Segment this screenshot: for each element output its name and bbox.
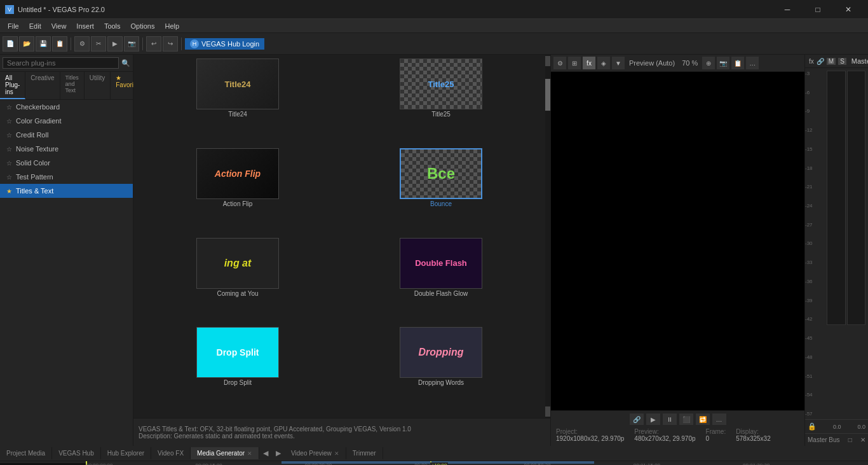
tab-scroll-right[interactable]: ▶ — [272, 446, 285, 461]
fav-star: ☆ — [6, 118, 12, 125]
save-button[interactable]: 💾 — [36, 36, 51, 52]
preview-split-button[interactable]: ⊞ — [568, 57, 581, 69]
preview-pause-button[interactable]: ⏸ — [663, 413, 677, 425]
redo-button[interactable]: ↪ — [163, 36, 178, 52]
tab-all-plugins[interactable]: All Plug-ins — [0, 72, 25, 99]
thumb-dropping-words[interactable]: Dropping Dropping Words — [341, 327, 541, 414]
preview-play-button[interactable]: ▶ — [646, 413, 660, 425]
scroll-up-arrow[interactable] — [545, 56, 550, 66]
open-button[interactable]: 📂 — [19, 36, 34, 52]
preview-center-button[interactable]: ⊕ — [702, 57, 715, 69]
plugin-noise-texture[interactable]: ☆ Noise Texture — [0, 142, 133, 156]
preview-settings-button[interactable]: ⚙ — [553, 57, 566, 69]
maximize-button[interactable]: □ — [803, 0, 832, 19]
preview-more-button[interactable]: … — [746, 57, 759, 69]
thumb-coming-at-you[interactable]: ing at Coming at You — [137, 238, 338, 325]
level-num: -33 — [805, 260, 824, 265]
menu-edit[interactable]: Edit — [24, 21, 46, 31]
clip-button[interactable]: ✂ — [91, 36, 106, 52]
plugin-solid-color[interactable]: ☆ Solid Color — [0, 156, 133, 170]
plugin-label: Credit Roll — [16, 131, 48, 139]
master-bus-close[interactable]: ✕ — [860, 436, 865, 443]
thumb-scrollbar[interactable] — [545, 55, 550, 418]
new-button[interactable]: 📄 — [3, 36, 18, 52]
capture-button[interactable]: 📷 — [124, 36, 139, 52]
thumb-drop-split[interactable]: Drop Split Drop Split — [137, 327, 338, 414]
preview-snapshot-button[interactable]: 📷 — [717, 57, 729, 69]
level-num: -6 — [805, 90, 824, 95]
tab-utility[interactable]: Utility — [85, 72, 111, 99]
plugin-color-gradient[interactable]: ☆ Color Gradient — [0, 114, 133, 128]
scroll-down-arrow[interactable] — [545, 406, 550, 417]
hub-login-button[interactable]: H VEGAS Hub Login — [185, 38, 264, 50]
preview-link-button[interactable]: 🔗 — [630, 413, 644, 425]
undo-button[interactable]: ↩ — [146, 36, 161, 52]
master-bus-expand[interactable]: □ — [848, 436, 852, 443]
plugin-test-pattern[interactable]: ☆ Test Pattern — [0, 170, 133, 184]
timeline-ruler[interactable]: 00:00:00:00 00:00:15:00 00:00:29:29 00:0… — [86, 461, 868, 466]
preview-stop-button[interactable]: ⬛ — [679, 413, 693, 425]
preview-scope-button[interactable]: ◈ — [597, 57, 610, 69]
tab-media-generator[interactable]: Media Generator ✕ — [191, 447, 259, 459]
fav-star: ☆ — [6, 146, 12, 153]
fx-icon: fx — [809, 58, 814, 65]
thumb-bounce[interactable]: Bce Bounce — [341, 148, 541, 235]
tab-scroll-left[interactable]: ◀ — [259, 446, 272, 461]
preview-copy-button[interactable]: 📋 — [731, 57, 744, 69]
thumb-title24[interactable]: Title24 Title24 — [137, 59, 338, 146]
plugin-label: Noise Texture — [16, 145, 58, 153]
tab-creative[interactable]: Creative — [25, 72, 60, 99]
plugin-label: Titles & Text — [16, 187, 53, 195]
tab-project-media[interactable]: Project Media — [0, 447, 52, 459]
menu-tools[interactable]: Tools — [99, 21, 126, 31]
close-button[interactable]: ✕ — [834, 0, 863, 19]
timeline-area: 00:00:00;00 00:00:00:00 00:00:15:00 00:0… — [0, 461, 868, 465]
preview-loop-button[interactable]: 🔁 — [696, 413, 710, 425]
s-button[interactable]: S — [838, 58, 846, 65]
level-num: -21 — [805, 184, 824, 190]
thumb-img-action-flip: Action Flip — [196, 148, 279, 199]
tab-hub-explorer[interactable]: Hub Explorer — [101, 447, 151, 459]
tab-vegas-hub[interactable]: VEGAS Hub — [52, 447, 101, 459]
thumb-label-double-flash: Double Flash Glow — [414, 290, 468, 297]
preview-more2-button[interactable]: … — [712, 413, 726, 425]
tab-titles-text[interactable]: Titles and Text — [60, 72, 85, 99]
plugin-credit-roll[interactable]: ☆ Credit Roll — [0, 128, 133, 142]
tab-trimmer[interactable]: Trimmer — [346, 447, 383, 459]
menu-view[interactable]: View — [46, 21, 72, 31]
menu-help[interactable]: Help — [159, 21, 184, 31]
right-panel: fx 🔗 M S Master -3 -6 -9 -12 -15 -18 -21… — [804, 55, 868, 446]
plugin-panel: 🔍 All Plug-ins Creative Titles and Text … — [0, 55, 133, 446]
preview-fx-button[interactable]: fx — [583, 57, 595, 69]
menu-insert[interactable]: Insert — [71, 21, 99, 31]
level-numbers: -3 -6 -9 -12 -15 -18 -21 -24 -27 -30 -33… — [805, 68, 824, 419]
scroll-thumb[interactable] — [545, 79, 550, 111]
lock-icon[interactable]: 🔒 — [808, 422, 817, 431]
tab-video-preview[interactable]: Video Preview ✕ — [285, 447, 346, 459]
save-as-button[interactable]: 📋 — [52, 36, 67, 52]
thumb-double-flash[interactable]: Double Flash Double Flash Glow — [341, 238, 541, 325]
thumb-title25[interactable]: Title25 Title25 — [341, 59, 541, 146]
preview-toolbar: ⚙ ⊞ fx ◈ ▼ Preview (Auto) 70 % ⊕ 📷 📋 … — [551, 55, 804, 72]
preview-arrow-button[interactable]: ▼ — [612, 57, 625, 69]
frame-label: Frame: — [706, 428, 726, 435]
ruler-mark-6: 00:01:29:29 — [743, 462, 770, 466]
menu-file[interactable]: File — [3, 21, 24, 31]
close-icon[interactable]: ✕ — [334, 450, 339, 457]
render-button[interactable]: ▶ — [107, 36, 123, 52]
search-icon[interactable]: 🔍 — [121, 59, 130, 67]
minimize-button[interactable]: ─ — [773, 0, 802, 19]
preview-controls: 🔗 ▶ ⏸ ⬛ 🔁 … Project: 1920x1080x32, 29.97… — [551, 410, 804, 446]
project-value: 1920x1080x32, 29.970p — [556, 435, 624, 442]
preview-zoom-label: 70 % — [679, 59, 700, 67]
thumb-action-flip[interactable]: Action Flip Action Flip — [137, 148, 338, 235]
plugin-checkerboard[interactable]: ☆ Checkerboard — [0, 100, 133, 114]
search-input[interactable] — [3, 57, 119, 69]
close-icon[interactable]: ✕ — [247, 450, 252, 457]
tab-video-fx[interactable]: Video FX — [151, 447, 191, 459]
settings-button[interactable]: ⚙ — [74, 36, 90, 52]
menu-options[interactable]: Options — [126, 21, 160, 31]
plugin-titles-text[interactable]: ★ Titles & Text — [0, 184, 133, 198]
m-button[interactable]: M — [827, 58, 836, 65]
master-label: Master — [851, 57, 868, 65]
